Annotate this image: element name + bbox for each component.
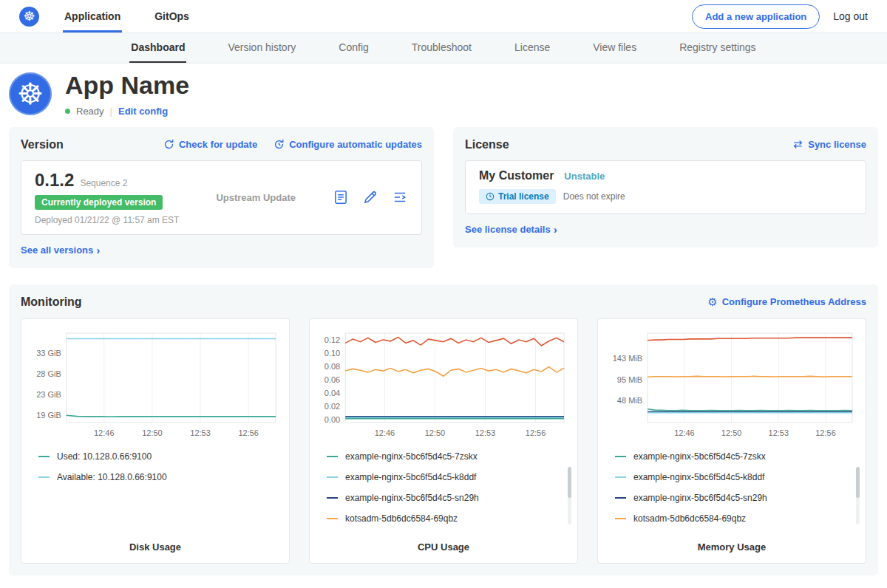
main-content: Version Check for update Configure autom… [0,126,887,575]
trial-license-label: Trial license [498,191,549,202]
subnav-item-config[interactable]: Config [337,33,370,63]
edit-config-icon[interactable] [362,189,378,205]
legend-item: example-nginx-5bc6f5d4c5-7zskx [327,451,569,462]
legend-item: example-nginx-5bc6f5d4c5-7zskx [615,451,857,462]
svg-text:28 GiB: 28 GiB [36,369,61,378]
see-license-details-label: See license details [465,224,551,235]
legend-label: Available: 10.128.0.66:9100 [57,472,167,482]
view-diff-icon[interactable] [392,189,408,205]
circular-arrow-icon [163,139,174,150]
legend-swatch-icon [615,518,626,519]
chart-title: Disk Usage [30,541,281,554]
legend-swatch-icon [615,456,626,457]
circular-arrow-icon [273,139,285,150]
subnav-item-view-files[interactable]: View files [591,33,638,63]
svg-text:95 MiB: 95 MiB [617,375,642,384]
legend-swatch-icon [327,497,338,499]
upstream-update-label: Upstream Update [179,192,333,203]
topnav-right: Add a new application Log out [692,4,868,29]
license-expiry-text: Does not expire [563,191,625,202]
top-navbar: ☸ Application GitOps Add a new applicati… [0,0,887,33]
version-info: 0.1.2 Sequence 2 Currently deployed vers… [35,170,179,225]
legend-item: example-nginx-5bc6f5d4c5-k8ddf [327,472,569,482]
swap-arrows-icon [792,139,803,150]
app-titles: App Name Ready | Edit config [65,72,189,117]
check-for-update-link[interactable]: Check for update [163,139,257,150]
chart-line [648,408,852,410]
svg-text:12:46: 12:46 [94,428,115,437]
deployed-timestamp: Deployed 01/21/22 @ 11:57 am EST [35,215,179,225]
see-license-details-link[interactable]: See license details › [465,223,557,236]
chart-line [345,337,564,346]
add-application-button[interactable]: Add a new application [692,4,820,29]
disk-usage-panel: 12:4612:5012:5312:5619 GiB23 GiB28 GiB33… [21,318,290,564]
legend-swatch-icon [327,456,338,457]
cpu-usage-panel: 12:4612:5012:5312:560.000.020.040.060.08… [309,318,578,564]
subnav-item-troubleshoot[interactable]: Troubleshoot [410,33,473,63]
monitoring-card: Monitoring ⚙ Configure Prometheus Addres… [9,284,878,575]
license-details-box: My Customer Unstable Trial license Does … [465,160,866,214]
svg-text:0.08: 0.08 [324,362,340,371]
see-all-versions-link[interactable]: See all versions › [21,244,100,256]
edit-config-link[interactable]: Edit config [118,106,168,117]
gear-icon: ⚙ [707,296,717,307]
check-for-update-label: Check for update [179,139,257,150]
deployed-status-badge: Currently deployed version [35,195,163,210]
configure-automatic-updates-link[interactable]: Configure automatic updates [273,139,422,150]
subnav-item-license[interactable]: License [513,33,551,63]
cards-row: Version Check for update Configure autom… [9,127,878,268]
logout-link[interactable]: Log out [833,10,868,22]
license-card-title: License [465,138,509,151]
subnav-item-registry-settings[interactable]: Registry settings [678,33,757,63]
legend-label: Used: 10.128.0.66:9100 [57,451,152,462]
chart-line [648,376,852,377]
app-logo-icon: ☸ [9,72,52,115]
app-status-row: Ready | Edit config [65,106,189,117]
chevron-right-icon: › [554,223,557,236]
version-number: 0.1.2 [35,170,74,191]
legend-label: example-nginx-5bc6f5d4c5-sn29h [345,493,479,503]
legend-item: kotsadm-5db6dc6584-69qbz [615,513,857,524]
subnav-item-dashboard[interactable]: Dashboard [129,33,186,63]
license-status-row: Trial license Does not expire [479,189,852,204]
app-subnav: Dashboard Version history Config Trouble… [0,33,887,64]
legend-swatch-icon [615,476,626,478]
legend-swatch-icon [615,497,626,499]
disk-usage-chart: 12:4612:5012:5312:5619 GiB23 GiB28 GiB33… [30,328,281,440]
customer-row: My Customer Unstable [479,169,852,182]
app-header: ☸ App Name Ready | Edit config [0,64,887,126]
subnav-item-version-history[interactable]: Version history [226,33,297,63]
license-card-header: License Sync license [465,138,866,151]
version-card-header: Version Check for update Configure autom… [21,138,422,151]
legend-scrollbar[interactable] [856,467,860,524]
helm-wheel-glyph: ☸ [17,77,44,111]
tab-gitops[interactable]: GitOps [153,0,191,33]
version-sequence: Sequence 2 [80,178,127,188]
tab-application[interactable]: Application [63,0,122,33]
chart-title: Memory Usage [606,541,857,554]
version-number-row: 0.1.2 Sequence 2 [35,170,179,191]
version-card-title: Version [21,138,64,151]
scrollbar-thumb[interactable] [568,467,571,498]
release-notes-icon[interactable] [333,189,349,205]
legend-swatch-icon [327,518,338,519]
kubernetes-logo-icon: ☸ [19,7,39,27]
version-card: Version Check for update Configure autom… [9,127,434,268]
legend-scrollbar[interactable] [568,467,571,524]
status-text: Ready [76,106,104,117]
disk-usage-legend: Used: 10.128.0.66:9100Available: 10.128.… [30,451,281,537]
cpu-usage-legend: example-nginx-5bc6f5d4c5-7zskxexample-ng… [318,451,569,537]
memory-usage-panel: 12:4612:5012:5312:5648 MiB95 MiB143 MiB … [597,318,866,564]
topnav-tabs: Application GitOps [63,0,222,33]
scrollbar-thumb[interactable] [856,467,860,498]
chevron-right-icon: › [96,244,100,256]
configure-prometheus-link[interactable]: ⚙ Configure Prometheus Address [707,296,866,307]
license-card: License Sync license My Customer Unstabl… [453,127,878,247]
legend-item: example-nginx-5bc6f5d4c5-sn29h [327,493,569,503]
clock-icon [486,192,495,201]
legend-swatch-icon [38,476,50,478]
svg-text:0.06: 0.06 [324,375,340,384]
legend-item: Available: 10.128.0.66:9100 [38,472,281,482]
svg-text:12:56: 12:56 [815,428,836,437]
sync-license-link[interactable]: Sync license [792,139,866,150]
